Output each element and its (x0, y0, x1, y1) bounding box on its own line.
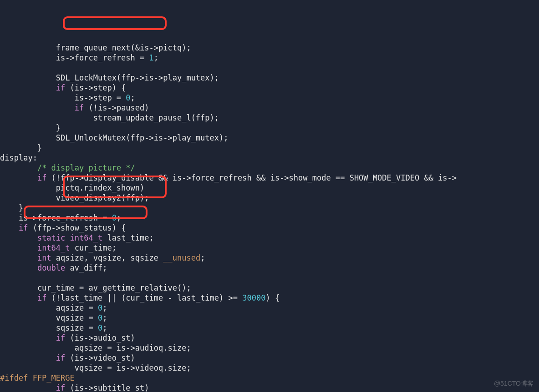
code-line: stream_update_pause_l(ffp); (0, 113, 219, 122)
code-text (0, 333, 56, 342)
code-text (0, 383, 56, 392)
code-text (0, 103, 75, 112)
code-text: (ffp->show_status) { (28, 223, 126, 232)
number-literal: 30000 (242, 293, 265, 302)
code-line: } (0, 203, 23, 212)
code-text: ; (131, 93, 135, 102)
code-line: cur_time = av_gettime_relative(); (0, 283, 191, 292)
code-text (0, 173, 37, 182)
type: int (37, 253, 51, 262)
code-text (0, 353, 56, 362)
code-text (0, 243, 37, 252)
code-text: ) { (265, 293, 280, 302)
type: int64_t (70, 233, 103, 242)
code-text: ; (117, 213, 121, 222)
keyword: if (37, 173, 46, 182)
code-text (0, 293, 37, 302)
keyword: if (37, 293, 46, 302)
number-literal: 0 (126, 93, 130, 102)
code-text: ; (102, 323, 107, 332)
code-text: is->force_refresh = (0, 213, 112, 222)
code-text: is->step = (0, 93, 126, 102)
code-text: aqsize = (0, 303, 98, 312)
keyword: if (56, 353, 65, 362)
code-text: ; (154, 53, 158, 62)
keyword: if (56, 383, 65, 392)
code-line: display: (0, 153, 37, 162)
number-literal: 0 (98, 303, 102, 312)
code-line: frame_queue_next(&is->pictq); (0, 43, 191, 52)
code-text: av_diff; (65, 263, 107, 272)
code-line: SDL_UnlockMutex(ffp->is->play_mutex); (0, 133, 229, 142)
code-text: ; (102, 303, 107, 312)
code-line: is->force_refresh = (0, 53, 149, 62)
code-line: aqsize = is->audioq.size; (0, 343, 191, 352)
code-text (0, 163, 37, 172)
code-text: (is->audio_st) (65, 333, 135, 342)
code-text: (!last_time || (cur_time - last_time) >= (46, 293, 242, 302)
code-text: sqsize = (0, 323, 98, 332)
code-text (0, 253, 37, 262)
number-literal: 0 (98, 313, 102, 322)
keyword: if (19, 223, 28, 232)
code-text: vqsize = (0, 313, 98, 322)
code-text: ; (200, 253, 205, 262)
code-text: (!ffp->display_disable && is->force_refr… (46, 173, 457, 182)
code-text: aqsize, vqsize, sqsize (51, 253, 163, 262)
code-line: pictq.rindex_shown) (0, 183, 144, 192)
code-line: SDL_LockMutex(ffp->is->play_mutex); (0, 73, 219, 82)
code-text: (!is->paused) (84, 103, 149, 112)
keyword: if (56, 333, 65, 342)
code-editor[interactable]: frame_queue_next(&is->pictq); is->force_… (0, 43, 539, 392)
code-text (0, 83, 56, 92)
keyword: static (37, 233, 65, 242)
code-text: (is->step) { (65, 83, 126, 92)
type: int64_t (37, 243, 70, 252)
code-text (0, 233, 37, 242)
code-text: last_time; (102, 233, 154, 242)
number-literal: 0 (98, 323, 102, 332)
number-literal: 0 (112, 213, 117, 222)
code-line: } (0, 143, 42, 152)
attribute: __unused (163, 253, 200, 262)
code-line: video_display2(ffp); (0, 193, 149, 202)
preprocessor: #ifdef FFP_MERGE (0, 373, 75, 382)
type: double (37, 263, 65, 272)
code-line: vqsize = is->videoq.size; (0, 363, 191, 372)
comment: /* display picture */ (37, 163, 135, 172)
code-text (65, 233, 70, 242)
code-text (0, 263, 37, 272)
keyword: if (75, 103, 84, 112)
watermark: @51CTO博客 (494, 378, 534, 388)
code-text: cur_time; (70, 243, 117, 252)
code-text: ; (102, 313, 107, 322)
number-literal: 1 (149, 53, 154, 62)
highlight-box (63, 16, 167, 30)
code-line: } (0, 123, 61, 132)
code-text: (is->video_st) (65, 353, 135, 362)
code-text: (is->subtitle_st) (65, 383, 149, 392)
code-text (0, 223, 19, 232)
keyword: if (56, 83, 65, 92)
